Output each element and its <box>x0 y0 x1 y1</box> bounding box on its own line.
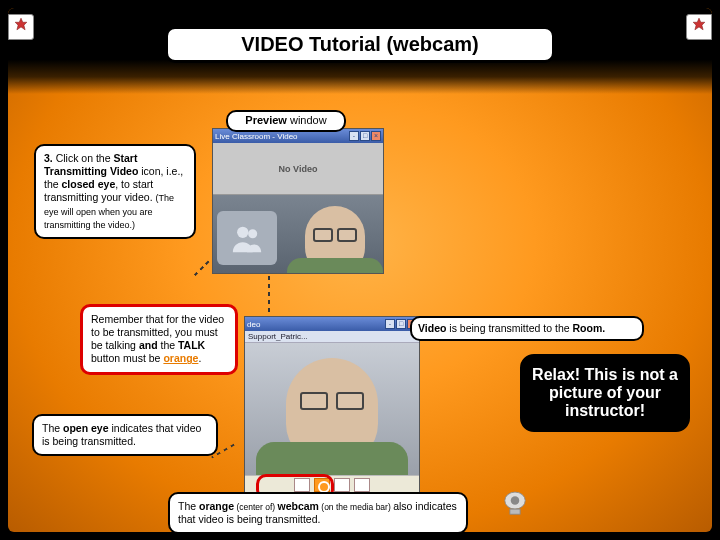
svg-point-2 <box>237 227 248 238</box>
media-button[interactable] <box>334 478 350 492</box>
participant-name: Support_Patric... <box>245 331 419 343</box>
window-title: Live Classroom - Video <box>215 132 298 141</box>
step-number: 3. <box>44 152 53 164</box>
person-placeholder-icon <box>217 211 277 265</box>
video-transmitted-callout: Video is being transmitted to the Room. <box>410 316 644 341</box>
maximize-button[interactable]: □ <box>396 319 406 329</box>
mediabar-callout: The orange (center of) webcam (on the me… <box>168 492 468 532</box>
svg-point-3 <box>248 229 257 238</box>
preview-text: window <box>290 114 327 126</box>
step3-callout: 3. Click on the Start Transmitting Video… <box>34 144 196 239</box>
titlebar: deo - □ × <box>245 317 419 331</box>
video-window-room: deo - □ × Support_Patric... <box>244 316 420 498</box>
remember-callout: Remember that for the video to be transm… <box>80 304 238 375</box>
slide: VIDEO Tutorial (webcam) Preview window 3… <box>8 8 712 532</box>
relax-panel: Relax! This is not a picture of your ins… <box>520 354 690 432</box>
svg-marker-0 <box>15 18 27 30</box>
webcam-feed <box>245 343 419 475</box>
webcam-icon[interactable] <box>314 478 330 492</box>
preview-window-label: Preview window <box>226 110 346 132</box>
minimize-button[interactable]: - <box>385 319 395 329</box>
svg-rect-6 <box>510 509 520 514</box>
close-button[interactable]: × <box>371 131 381 141</box>
video-window-preview: Live Classroom - Video - □ × No Video <box>212 128 384 274</box>
webcam-device-icon <box>498 490 532 518</box>
maximize-button[interactable]: □ <box>360 131 370 141</box>
connector-line <box>193 261 210 278</box>
logo-left <box>8 14 34 40</box>
logo-right <box>686 14 712 40</box>
preview-bold: Preview <box>245 114 287 126</box>
media-button[interactable] <box>294 478 310 492</box>
page-title: VIDEO Tutorial (webcam) <box>165 26 555 63</box>
no-video-pane: No Video <box>213 143 383 195</box>
open-eye-callout: The open eye indicates that video is bei… <box>32 414 218 456</box>
face-illustration <box>286 358 378 464</box>
window-title-frag: deo <box>247 320 260 329</box>
media-bar <box>245 475 419 493</box>
svg-marker-1 <box>693 18 705 30</box>
face-illustration <box>305 206 365 273</box>
svg-point-5 <box>511 496 520 505</box>
connector-line <box>268 276 270 316</box>
minimize-button[interactable]: - <box>349 131 359 141</box>
star-icon <box>692 17 706 31</box>
webcam-preview <box>213 195 383 273</box>
star-icon <box>14 17 28 31</box>
media-button[interactable] <box>354 478 370 492</box>
